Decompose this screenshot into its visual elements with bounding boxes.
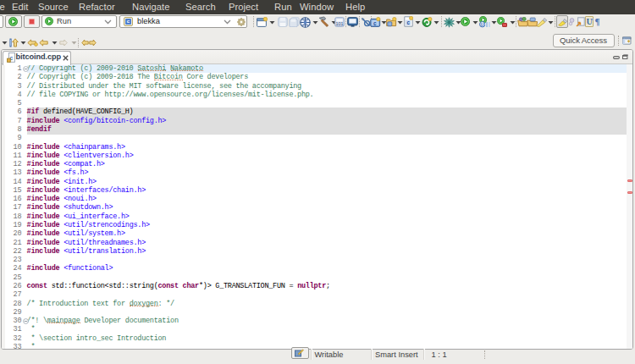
svg-text:c: c: [373, 19, 377, 25]
svg-text:U: U: [480, 22, 483, 27]
svg-text:U: U: [587, 17, 593, 26]
svg-text:c: c: [406, 19, 410, 25]
svg-text:101: 101: [336, 21, 344, 26]
